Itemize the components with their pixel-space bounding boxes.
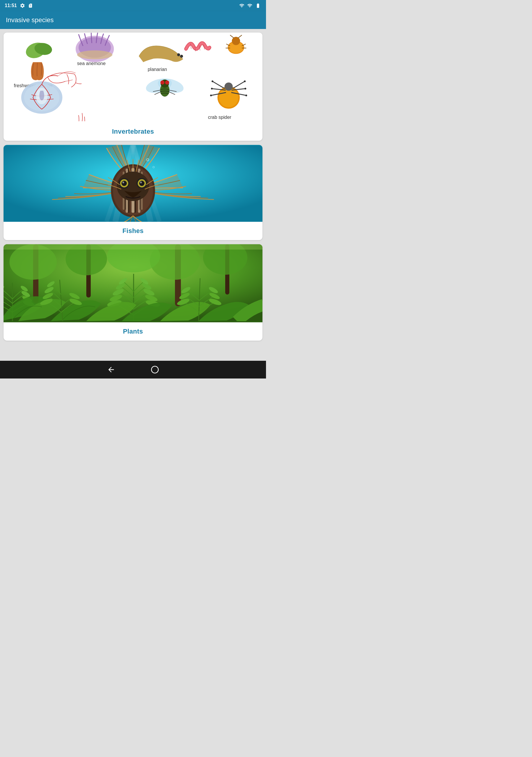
svg-point-46: [212, 80, 213, 82]
svg-point-8: [177, 53, 180, 56]
nav-back-button[interactable]: [107, 366, 115, 374]
wifi-icon: [239, 3, 245, 8]
app-bar: Invasive species: [0, 11, 266, 29]
nav-home-button[interactable]: [151, 366, 159, 374]
svg-text:planarian: planarian: [148, 67, 167, 72]
status-bar: 11:51: [0, 0, 266, 11]
svg-point-47: [211, 88, 213, 90]
svg-point-71: [139, 181, 144, 186]
status-bar-left: 11:51: [5, 3, 33, 8]
invertebrates-svg: freshwater sponge sea anemone: [4, 33, 262, 121]
plants-card[interactable]: Plants: [4, 244, 262, 341]
lionfish-svg: [4, 145, 262, 222]
svg-point-49: [244, 80, 246, 82]
home-circle-icon: [151, 366, 159, 374]
svg-text:sea anemone: sea anemone: [77, 61, 106, 66]
invertebrates-illustration: freshwater sponge sea anemone: [4, 33, 262, 122]
plants-svg: [4, 244, 262, 321]
lionfish-bg: [4, 145, 262, 222]
svg-point-39: [224, 82, 233, 91]
svg-point-32: [165, 80, 169, 85]
svg-point-48: [210, 95, 212, 96]
status-bar-right: [239, 3, 261, 8]
sim-icon: [28, 3, 33, 8]
invertebrates-label: Invertebrates: [4, 122, 262, 141]
svg-point-17: [232, 37, 240, 45]
back-icon: [107, 366, 115, 374]
plants-image: [4, 244, 262, 322]
svg-point-121: [151, 366, 158, 373]
plants-label: Plants: [4, 322, 262, 341]
nav-bar: [0, 361, 266, 378]
svg-point-70: [122, 181, 127, 186]
app-title: Invasive species: [6, 16, 53, 24]
svg-point-72: [122, 182, 124, 183]
svg-point-73: [140, 182, 142, 183]
signal-icon: [247, 3, 252, 8]
svg-point-50: [245, 88, 246, 90]
invertebrates-card[interactable]: freshwater sponge sea anemone: [4, 33, 262, 141]
svg-point-6: [77, 50, 112, 59]
svg-text:crab spider: crab spider: [208, 115, 231, 120]
svg-point-9: [180, 55, 183, 58]
fishes-image: [4, 145, 262, 222]
settings-icon: [20, 3, 25, 8]
battery-icon: [255, 3, 261, 8]
svg-point-31: [161, 80, 164, 85]
fishes-card[interactable]: Fishes: [4, 145, 262, 240]
status-time: 11:51: [5, 3, 17, 8]
svg-point-51: [245, 95, 247, 96]
fishes-label: Fishes: [4, 222, 262, 240]
main-content: freshwater sponge sea anemone: [0, 29, 266, 361]
plants-bg: [4, 244, 262, 322]
svg-rect-120: [4, 244, 262, 250]
